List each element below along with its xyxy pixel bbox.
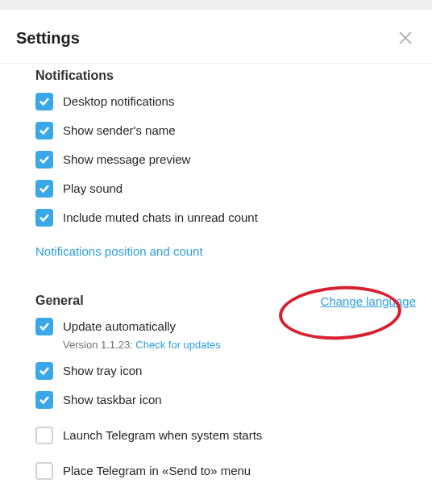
checkbox-show-preview[interactable] — [35, 151, 53, 169]
close-button[interactable] — [395, 27, 416, 48]
check-updates-link[interactable]: Check for updates — [135, 339, 221, 351]
row-taskbar-icon[interactable]: Show taskbar icon — [35, 391, 416, 409]
checkbox-desktop-notifications[interactable] — [35, 93, 53, 110]
settings-content: Notifications Desktop notifications Show… — [0, 64, 432, 480]
checkbox-taskbar-icon[interactable] — [35, 391, 53, 409]
check-icon — [39, 212, 50, 223]
change-language-link[interactable]: Change language — [321, 294, 416, 308]
row-send-to[interactable]: Place Telegram in «Send to» menu — [35, 462, 416, 480]
label-send-to: Place Telegram in «Send to» menu — [63, 462, 251, 480]
checkbox-tray-icon[interactable] — [35, 362, 53, 380]
label-launch-startup: Launch Telegram when system starts — [63, 427, 262, 444]
checkbox-include-muted[interactable] — [35, 209, 53, 227]
label-taskbar-icon: Show taskbar icon — [63, 391, 162, 409]
check-icon — [39, 394, 50, 406]
label-desktop-notifications: Desktop notifications — [63, 93, 174, 110]
version-text: Version 1.1.23: — [63, 339, 135, 351]
row-show-sender[interactable]: Show sender's name — [35, 122, 416, 140]
label-show-sender: Show sender's name — [63, 122, 176, 140]
row-show-preview[interactable]: Show message preview — [35, 151, 416, 169]
checkbox-update-auto[interactable] — [35, 318, 53, 335]
check-icon — [39, 321, 50, 332]
checkbox-play-sound[interactable] — [35, 180, 53, 198]
row-play-sound[interactable]: Play sound — [35, 180, 416, 198]
close-icon — [398, 31, 413, 45]
row-tray-icon[interactable]: Show tray icon — [35, 362, 416, 380]
checkbox-launch-startup[interactable] — [35, 427, 53, 444]
label-play-sound: Play sound — [63, 180, 123, 198]
label-include-muted: Include muted chats in unread count — [63, 209, 258, 227]
check-icon — [39, 96, 50, 107]
page-title: Settings — [16, 29, 80, 48]
checkbox-send-to[interactable] — [35, 462, 53, 480]
check-icon — [39, 154, 50, 165]
label-show-preview: Show message preview — [63, 151, 190, 169]
row-launch-startup[interactable]: Launch Telegram when system starts — [35, 427, 416, 444]
label-tray-icon: Show tray icon — [63, 362, 142, 380]
window-topbar — [0, 0, 432, 10]
row-desktop-notifications[interactable]: Desktop notifications — [35, 93, 416, 110]
label-update-auto: Update automatically — [63, 318, 221, 335]
section-title-general: General — [35, 294, 84, 308]
row-update-auto[interactable]: Update automatically Version 1.1.23: Che… — [35, 318, 416, 351]
check-icon — [39, 365, 50, 377]
version-line: Version 1.1.23: Check for updates — [63, 339, 221, 351]
settings-header: Settings — [0, 10, 432, 64]
section-title-notifications: Notifications — [35, 69, 416, 83]
checkbox-show-sender[interactable] — [35, 122, 53, 140]
notifications-position-link[interactable]: Notifications position and count — [35, 244, 203, 258]
section-header-general: General Change language — [35, 294, 416, 308]
check-icon — [39, 183, 50, 194]
check-icon — [39, 125, 50, 136]
row-include-muted[interactable]: Include muted chats in unread count — [35, 209, 416, 227]
